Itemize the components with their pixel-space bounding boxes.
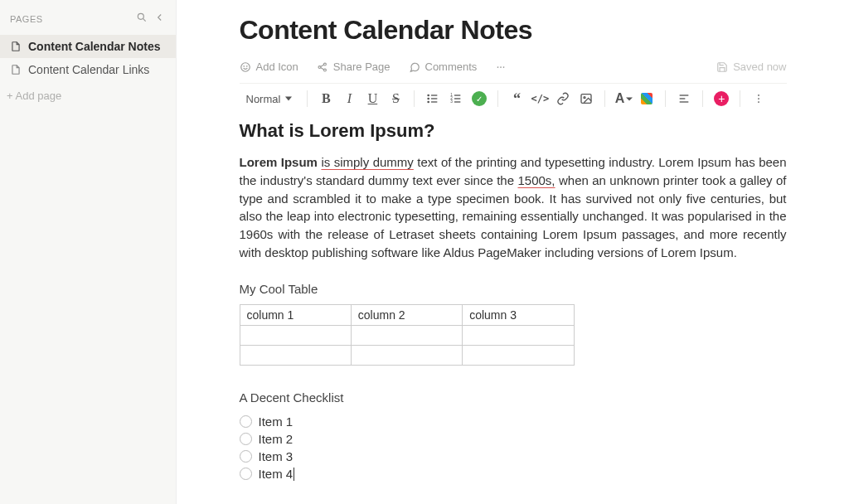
svg-point-16 [428, 98, 429, 99]
search-icon[interactable] [136, 12, 148, 27]
image-icon [580, 92, 593, 105]
underline-text: is simply dummy [321, 155, 413, 169]
checkbox[interactable] [240, 468, 252, 480]
comments-button[interactable]: Comments [409, 61, 478, 73]
sidebar-header: PAGES [0, 12, 176, 35]
svg-marker-13 [285, 97, 292, 101]
code-button[interactable]: </> [530, 89, 550, 109]
table-cell[interactable]: column 2 [351, 304, 462, 325]
comment-icon [409, 61, 420, 73]
table-cell[interactable] [463, 325, 574, 345]
checkbox[interactable] [240, 415, 252, 428]
sidebar-item-label: Content Calendar Notes [28, 40, 160, 53]
align-button[interactable] [674, 89, 694, 109]
svg-point-11 [500, 66, 502, 68]
table-cell[interactable] [351, 345, 462, 365]
svg-point-27 [584, 97, 585, 99]
list-item[interactable]: Item 1 [240, 413, 787, 430]
section-heading[interactable]: What is Lorem Ipsum? [240, 120, 787, 142]
bold-text: Lorem Ipsum [240, 155, 318, 169]
italic-button[interactable]: I [339, 89, 359, 109]
caret-down-icon [626, 95, 633, 102]
page-icon [10, 64, 22, 75]
table-cell[interactable]: column 1 [240, 304, 351, 325]
bullet-list-button[interactable] [423, 89, 443, 109]
number-list-button[interactable]: 123 [446, 89, 466, 109]
list-item[interactable]: Item 3 [240, 448, 787, 465]
bold-button[interactable]: B [316, 89, 336, 109]
smile-icon [240, 61, 251, 73]
body-paragraph[interactable]: Lorem Ipsum is simply dummy text of the … [240, 153, 787, 262]
collapse-icon[interactable] [154, 12, 166, 27]
caret-down-icon [285, 95, 292, 102]
dots-vertical-icon [753, 93, 764, 104]
table-row[interactable] [240, 345, 574, 365]
checklist-caption[interactable]: A Decent Checklist [240, 390, 787, 405]
save-icon [716, 61, 728, 73]
block-format-select[interactable]: Normal [240, 93, 299, 105]
table-row[interactable] [240, 325, 574, 345]
svg-point-12 [503, 66, 505, 68]
link-button[interactable] [553, 89, 573, 109]
toolbar-more-button[interactable] [749, 89, 769, 109]
sidebar-item-content-calendar-links[interactable]: Content Calendar Links [0, 58, 176, 81]
content-table[interactable]: column 1 column 2 column 3 [240, 304, 575, 366]
table-cell[interactable]: column 3 [463, 304, 574, 325]
page-icon [10, 41, 22, 52]
bullet-list-icon [426, 92, 439, 105]
sidebar-title: PAGES [10, 14, 43, 24]
share-page-button[interactable]: Share Page [317, 61, 391, 73]
checkbox[interactable] [240, 450, 252, 463]
svg-point-10 [497, 66, 499, 68]
svg-point-4 [246, 65, 247, 66]
checkbox[interactable] [240, 433, 252, 445]
insert-button[interactable]: + [711, 89, 731, 109]
svg-point-33 [759, 98, 760, 99]
sidebar-item-label: Content Calendar Links [28, 63, 149, 76]
strike-button[interactable]: S [386, 89, 405, 109]
table-cell[interactable] [463, 345, 574, 365]
svg-line-9 [320, 67, 323, 69]
table-caption[interactable]: My Cool Table [240, 282, 787, 296]
table-cell[interactable] [240, 325, 351, 345]
quote-button[interactable]: “ [507, 89, 526, 109]
svg-point-32 [759, 94, 760, 96]
list-item[interactable]: Item 2 [240, 430, 787, 448]
table-cell[interactable] [240, 345, 351, 365]
more-menu-button[interactable] [495, 61, 507, 73]
plus-icon: + [714, 91, 729, 106]
highlight-icon [641, 93, 653, 104]
sidebar: PAGES Content Calendar Notes Content Cal… [0, 0, 177, 504]
page-meta-row: Add Icon Share Page Comments Saved now [240, 61, 787, 73]
number-list-icon: 123 [449, 92, 463, 105]
main-content: Content Calendar Notes Add Icon Share Pa… [177, 0, 849, 504]
svg-line-8 [320, 65, 323, 66]
link-icon [556, 92, 570, 105]
dots-icon [495, 61, 507, 73]
highlight-button[interactable] [637, 89, 657, 109]
check-icon: ✓ [472, 91, 487, 106]
svg-point-3 [243, 65, 244, 66]
underline-button[interactable]: U [362, 89, 382, 109]
list-item[interactable]: Item 4 [240, 465, 787, 482]
add-icon-button[interactable]: Add Icon [240, 61, 298, 73]
image-button[interactable] [576, 89, 596, 109]
table-cell[interactable] [351, 325, 462, 345]
underline-text: 1500s, [517, 173, 555, 187]
format-toolbar: Normal B I U S 123 ✓ “ </> A + [240, 83, 787, 120]
svg-marker-28 [626, 97, 633, 100]
svg-line-1 [143, 18, 145, 21]
align-icon [677, 92, 691, 105]
add-page-button[interactable]: + Add page [0, 81, 176, 110]
svg-text:3: 3 [451, 99, 454, 104]
font-color-button[interactable]: A [614, 89, 633, 109]
share-icon [317, 61, 328, 73]
save-status: Saved now [716, 61, 786, 73]
checklist-button[interactable]: ✓ [469, 89, 489, 109]
sidebar-item-content-calendar-notes[interactable]: Content Calendar Notes [0, 35, 176, 58]
page-title[interactable]: Content Calendar Notes [240, 15, 787, 46]
table-row[interactable]: column 1 column 2 column 3 [240, 304, 574, 325]
svg-point-2 [240, 62, 250, 71]
svg-point-34 [759, 101, 760, 103]
checklist: Item 1 Item 2 Item 3 Item 4 [240, 413, 787, 482]
